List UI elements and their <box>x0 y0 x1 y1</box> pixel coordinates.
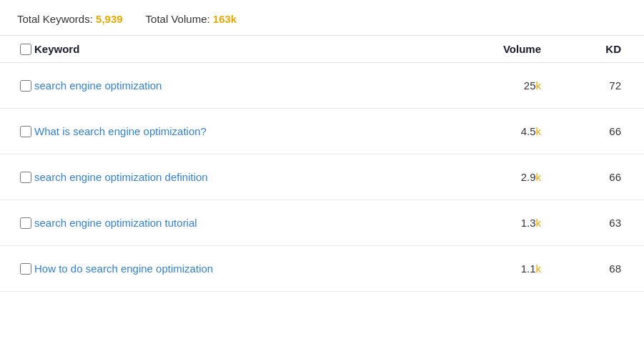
row-kd-4: 68 <box>555 262 627 275</box>
total-volume-label: Total Volume: <box>146 13 213 25</box>
vol-num-2: 2.9 <box>521 171 536 183</box>
table-row: search engine optimization 25k 72 <box>0 63 644 109</box>
table-row: search engine optimization tutorial 1.3k… <box>0 200 644 246</box>
row-checkbox-cell-3[interactable] <box>0 217 34 229</box>
row-kd-3: 63 <box>555 217 627 229</box>
row-volume-4: 1.1k <box>470 262 555 275</box>
select-all-checkbox[interactable] <box>20 44 31 55</box>
vol-k-1: k <box>536 125 542 137</box>
table-row: search engine optimization definition 2.… <box>0 154 644 200</box>
row-keyword-0[interactable]: search engine optimization <box>34 79 470 92</box>
row-kd-1: 66 <box>555 125 627 137</box>
table-body: search engine optimization 25k 72 What i… <box>0 63 644 292</box>
row-checkbox-4[interactable] <box>20 263 31 275</box>
vol-num-3: 1.3 <box>521 217 536 229</box>
total-volume-stat: Total Volume: 163k <box>146 13 237 25</box>
row-volume-3: 1.3k <box>470 217 555 229</box>
row-checkbox-0[interactable] <box>20 80 31 92</box>
row-checkbox-2[interactable] <box>20 172 31 183</box>
vol-k-2: k <box>536 171 542 183</box>
vol-num-4: 1.1 <box>521 262 536 275</box>
row-volume-1: 4.5k <box>470 125 555 137</box>
keywords-table: Keyword Volume KD search engine optimiza… <box>0 36 644 292</box>
row-keyword-1[interactable]: What is search engine optimization? <box>34 125 470 137</box>
header-bar: Total Keywords: 5,939 Total Volume: 163k <box>0 0 644 36</box>
kd-column-header: KD <box>555 43 627 55</box>
vol-num-0: 25 <box>524 79 536 92</box>
table-row: What is search engine optimization? 4.5k… <box>0 109 644 154</box>
row-checkbox-cell-0[interactable] <box>0 80 34 92</box>
header-checkbox-cell[interactable] <box>0 44 34 55</box>
vol-k-3: k <box>536 217 542 229</box>
row-keyword-4[interactable]: How to do search engine optimization <box>34 262 470 275</box>
keyword-column-header: Keyword <box>34 43 470 55</box>
total-keywords-stat: Total Keywords: 5,939 <box>17 13 123 25</box>
table-row: How to do search engine optimization 1.1… <box>0 246 644 292</box>
row-volume-0: 25k <box>470 79 555 92</box>
volume-column-header: Volume <box>470 43 555 55</box>
row-kd-0: 72 <box>555 79 627 92</box>
row-keyword-3[interactable]: search engine optimization tutorial <box>34 217 470 229</box>
table-header: Keyword Volume KD <box>0 36 644 63</box>
row-keyword-2[interactable]: search engine optimization definition <box>34 171 470 183</box>
row-checkbox-1[interactable] <box>20 126 31 137</box>
row-checkbox-cell-2[interactable] <box>0 172 34 183</box>
vol-k-0: k <box>536 79 542 92</box>
vol-num-1: 4.5 <box>521 125 536 137</box>
row-checkbox-cell-4[interactable] <box>0 263 34 275</box>
total-volume-value: 163k <box>213 13 237 25</box>
total-keywords-value: 5,939 <box>96 13 123 25</box>
row-checkbox-3[interactable] <box>20 217 31 229</box>
row-volume-2: 2.9k <box>470 171 555 183</box>
row-kd-2: 66 <box>555 171 627 183</box>
vol-k-4: k <box>536 262 542 275</box>
total-keywords-label: Total Keywords: <box>17 13 96 25</box>
row-checkbox-cell-1[interactable] <box>0 126 34 137</box>
